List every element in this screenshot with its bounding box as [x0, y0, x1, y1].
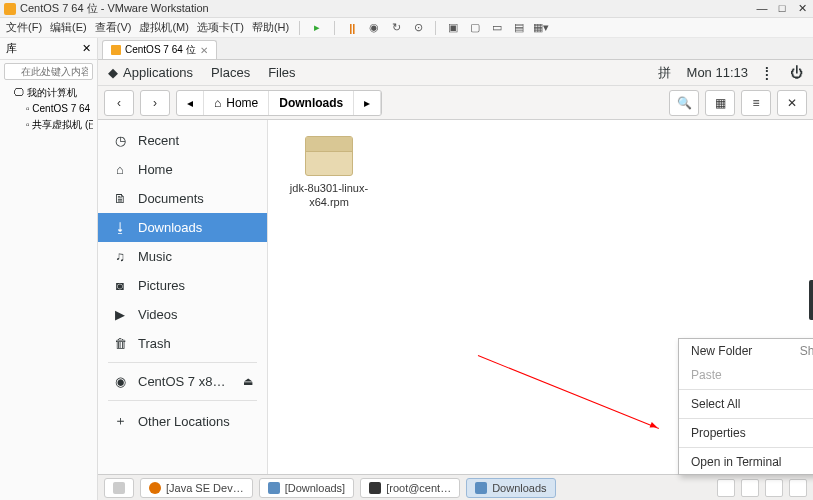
unity-icon[interactable]: ▣: [446, 21, 460, 35]
tree-vm[interactable]: ▫ CentOS 7 64 位: [4, 101, 93, 117]
firefox-icon: [149, 482, 161, 494]
play-icon[interactable]: ▸: [310, 21, 324, 35]
vmware-titlebar: CentOS 7 64 位 - VMware Workstation — □ ✕: [0, 0, 813, 18]
menu-view[interactable]: 查看(V): [95, 20, 132, 35]
menu-vm[interactable]: 虚拟机(M): [139, 20, 189, 35]
workspace-switcher: [717, 479, 807, 497]
terminal-icon: [369, 482, 381, 494]
library-tree: 🖵 我的计算机 ▫ CentOS 7 64 位 ▫ 共享虚拟机 (已弃用): [0, 83, 97, 135]
sidebar-other[interactable]: ＋Other Locations: [98, 405, 267, 437]
folder-icon: [268, 482, 280, 494]
path-downloads[interactable]: Downloads: [269, 91, 354, 115]
path-home[interactable]: ⌂ Home: [204, 91, 269, 115]
gnome-hot-edge[interactable]: [809, 280, 813, 320]
library-title: 库: [6, 41, 17, 56]
settings-icon[interactable]: ▦▾: [534, 21, 548, 35]
sidebar-documents[interactable]: 🗎Documents: [98, 184, 267, 213]
library-search-input[interactable]: [4, 63, 93, 80]
workspace-3[interactable]: [765, 479, 783, 497]
sidebar-home[interactable]: ⌂Home: [98, 155, 267, 184]
workspace-4[interactable]: [789, 479, 807, 497]
tree-root[interactable]: 🖵 我的计算机: [4, 85, 93, 101]
ctx-paste: PasteCtrl+V: [679, 363, 813, 387]
files-content[interactable]: jdk-8u301-linux-x64.rpm New FolderShift+…: [268, 120, 813, 474]
search-button[interactable]: 🔍: [669, 90, 699, 116]
ctx-open-terminal[interactable]: Open in Terminal: [679, 450, 813, 474]
vm-tab[interactable]: CentOS 7 64 位 ✕: [102, 40, 217, 59]
back-button[interactable]: ‹: [104, 90, 134, 116]
path-prev[interactable]: ◂: [177, 91, 204, 115]
minimize-button[interactable]: —: [755, 2, 769, 15]
workspace-1[interactable]: [717, 479, 735, 497]
files-toolbar: ‹ › ◂ ⌂ Home Downloads ▸ 🔍 ▦ ≡ ✕: [98, 86, 813, 120]
forward-button[interactable]: ›: [140, 90, 170, 116]
ctx-new-folder[interactable]: New FolderShift+Ctrl+N: [679, 339, 813, 363]
places-menu[interactable]: Places: [211, 65, 250, 80]
desktop-icon: [113, 482, 125, 494]
taskbar-downloads[interactable]: [Downloads]: [259, 478, 355, 498]
thumbnail-icon[interactable]: ▤: [512, 21, 526, 35]
taskbar-downloads-active[interactable]: Downloads: [466, 478, 555, 498]
sidebar-disk[interactable]: ◉CentOS 7 x8…⏏: [98, 367, 267, 396]
files-menu[interactable]: Files: [268, 65, 295, 80]
maximize-button[interactable]: □: [775, 2, 789, 15]
path-bar: ◂ ⌂ Home Downloads ▸: [176, 90, 382, 116]
gnome-topbar: ◆ Applications Places Files 拼 Mon 11:13 …: [98, 60, 813, 86]
window-title: CentOS 7 64 位 - VMware Workstation: [20, 1, 209, 16]
window-close-button[interactable]: ✕: [777, 90, 807, 116]
manage-icon[interactable]: ⊙: [411, 21, 425, 35]
library-search: [4, 63, 93, 80]
tab-label: CentOS 7 64 位: [125, 43, 196, 57]
close-button[interactable]: ✕: [795, 2, 809, 15]
ctx-select-all[interactable]: Select AllCtrl+A: [679, 392, 813, 416]
taskbar-show-desktop[interactable]: [104, 478, 134, 498]
disk-icon: ◉: [112, 374, 128, 389]
console-icon[interactable]: ▭: [490, 21, 504, 35]
menu-file[interactable]: 文件(F): [6, 20, 42, 35]
snapshot-icon[interactable]: ◉: [367, 21, 381, 35]
power-icon[interactable]: ⏻: [790, 65, 803, 80]
workspace-2[interactable]: [741, 479, 759, 497]
pause-icon[interactable]: ||: [345, 21, 359, 35]
taskbar-firefox[interactable]: [Java SE Dev…: [140, 478, 253, 498]
menu-help[interactable]: 帮助(H): [252, 20, 289, 35]
sidebar-videos[interactable]: ▶Videos: [98, 300, 267, 329]
clock[interactable]: Mon 11:13: [687, 65, 748, 80]
plus-icon: ＋: [112, 412, 128, 430]
ctx-properties[interactable]: PropertiesCtrl+I: [679, 421, 813, 445]
network-icon[interactable]: ⡇: [764, 65, 774, 80]
folder-icon: [475, 482, 487, 494]
hamburger-button[interactable]: ≡: [741, 90, 771, 116]
vmware-library-pane: 库 ✕ 🖵 我的计算机 ▫ CentOS 7 64 位 ▫ 共享虚拟机 (已弃用…: [0, 38, 98, 500]
revert-icon[interactable]: ↻: [389, 21, 403, 35]
sidebar-trash[interactable]: 🗑Trash: [98, 329, 267, 358]
eject-icon[interactable]: ⏏: [243, 375, 253, 388]
tab-close-icon[interactable]: ✕: [200, 45, 208, 56]
documents-icon: 🗎: [112, 191, 128, 206]
view-grid-button[interactable]: ▦: [705, 90, 735, 116]
library-close-icon[interactable]: ✕: [82, 42, 91, 55]
trash-icon: 🗑: [112, 336, 128, 351]
files-window: ‹ › ◂ ⌂ Home Downloads ▸ 🔍 ▦ ≡ ✕: [98, 86, 813, 500]
pictures-icon: ◙: [112, 278, 128, 293]
menu-tabs[interactable]: 选项卡(T): [197, 20, 244, 35]
file-jdk-rpm[interactable]: jdk-8u301-linux-x64.rpm: [284, 136, 374, 210]
files-sidebar: ◷Recent ⌂Home 🗎Documents ⭳Downloads ♫Mus…: [98, 120, 268, 474]
sidebar-downloads[interactable]: ⭳Downloads: [98, 213, 267, 242]
sidebar-pictures[interactable]: ◙Pictures: [98, 271, 267, 300]
ime-indicator[interactable]: 拼: [658, 64, 671, 82]
fullscreen-icon[interactable]: ▢: [468, 21, 482, 35]
menu-edit[interactable]: 编辑(E): [50, 20, 87, 35]
music-icon: ♫: [112, 249, 128, 264]
gnome-taskbar: [Java SE Dev… [Downloads] [root@cent… Do…: [98, 474, 813, 500]
annotation-arrow: [478, 355, 659, 429]
sidebar-music[interactable]: ♫Music: [98, 242, 267, 271]
taskbar-terminal[interactable]: [root@cent…: [360, 478, 460, 498]
path-next[interactable]: ▸: [354, 91, 381, 115]
sidebar-recent[interactable]: ◷Recent: [98, 126, 267, 155]
tree-shared[interactable]: ▫ 共享虚拟机 (已弃用): [4, 117, 93, 133]
applications-menu[interactable]: ◆ Applications: [108, 65, 193, 80]
library-header: 库 ✕: [0, 38, 97, 60]
file-label: jdk-8u301-linux-x64.rpm: [284, 181, 374, 210]
tab-vm-icon: [111, 45, 121, 55]
